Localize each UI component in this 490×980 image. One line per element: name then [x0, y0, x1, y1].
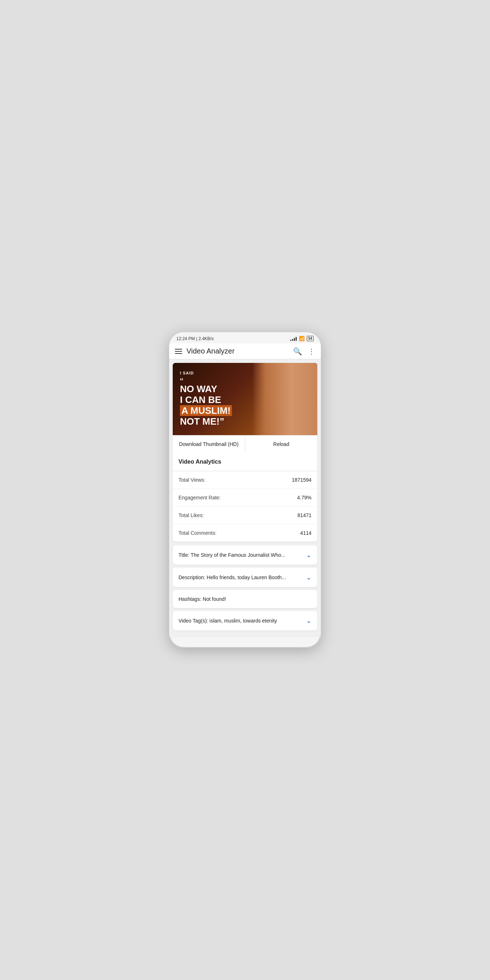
signal-icon [290, 337, 297, 341]
download-thumbnail-button[interactable]: Download Thumbnail (HD) [173, 436, 245, 453]
thumbnail-main-text: NO WAY I CAN BE A MUSLIM! NOT ME!” [180, 384, 310, 427]
total-likes-value: 81471 [297, 512, 311, 518]
title-expandable-card: Title: The Story of the Famous Journalis… [173, 545, 317, 565]
wifi-icon: 📶 [299, 336, 305, 341]
total-comments-value: 4114 [300, 530, 311, 536]
chevron-down-icon: ⌄ [306, 551, 311, 559]
status-bar: 12:24 PM | 2.4KB/s 📶 54 [169, 332, 321, 344]
table-row: Total Views: 1871594 [173, 471, 317, 489]
tags-expand-button[interactable]: Video Tag(s): islam, muslim, towards ete… [173, 611, 317, 630]
total-views-value: 1871594 [292, 477, 311, 483]
reload-button[interactable]: Reload [245, 436, 318, 453]
menu-button[interactable] [175, 349, 182, 354]
description-expandable-card: Description: Hello friends, today Lauren… [173, 568, 317, 587]
status-time: 12:24 PM | 2.4KB/s [176, 336, 214, 341]
app-bar: Video Analyzer 🔍 ⋮ [169, 344, 321, 359]
search-button[interactable]: 🔍 [293, 348, 302, 355]
table-row: Total Comments: 4114 [173, 524, 317, 542]
phone-frame: 12:24 PM | 2.4KB/s 📶 54 Video Analyzer [169, 332, 321, 648]
total-comments-label: Total Comments: [179, 530, 217, 536]
action-buttons-row: Download Thumbnail (HD) Reload [173, 435, 317, 453]
table-row: Engagement Rate: 4.79% [173, 489, 317, 507]
engagement-rate-label: Engagement Rate: [179, 495, 221, 501]
status-icons: 📶 54 [290, 336, 314, 341]
title-label: Title: The Story of the Famous Journalis… [179, 552, 306, 558]
tags-label: Video Tag(s): islam, muslim, towards ete… [179, 618, 306, 624]
content-area: I SAID “ NO WAY I CAN BE A MUSLIM! NOT M… [169, 359, 321, 637]
hashtags-text: Hashtags: Not found! [179, 596, 226, 602]
total-views-label: Total Views: [179, 477, 205, 483]
chevron-down-icon: ⌄ [306, 617, 311, 625]
battery-icon: 54 [307, 336, 314, 341]
engagement-rate-value: 4.79% [297, 495, 311, 501]
total-likes-label: Total Likes: [179, 512, 204, 518]
analytics-section-title: Video Analytics [173, 453, 317, 471]
title-expand-button[interactable]: Title: The Story of the Famous Journalis… [173, 545, 317, 565]
hashtags-card: Hashtags: Not found! [173, 590, 317, 608]
table-row: Total Likes: 81471 [173, 507, 317, 524]
analytics-table: Total Views: 1871594 Engagement Rate: 4.… [173, 471, 317, 542]
video-thumbnail: I SAID “ NO WAY I CAN BE A MUSLIM! NOT M… [173, 363, 317, 435]
description-expand-button[interactable]: Description: Hello friends, today Lauren… [173, 568, 317, 587]
more-options-button[interactable]: ⋮ [308, 348, 315, 355]
main-card: I SAID “ NO WAY I CAN BE A MUSLIM! NOT M… [173, 363, 317, 542]
description-label: Description: Hello friends, today Lauren… [179, 574, 306, 580]
chevron-down-icon: ⌄ [306, 573, 311, 581]
thumbnail-small-text: I SAID [180, 371, 310, 375]
tags-expandable-card: Video Tag(s): islam, muslim, towards ete… [173, 611, 317, 630]
app-title: Video Analyzer [187, 347, 289, 355]
